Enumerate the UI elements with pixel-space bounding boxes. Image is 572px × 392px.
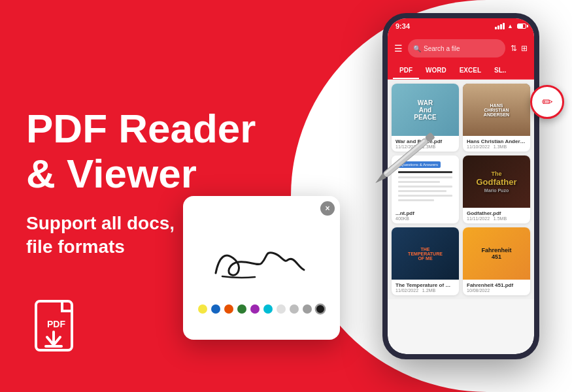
app-toolbar: ☰ 🔍 Search a file ⇅ ⊞ bbox=[388, 34, 534, 63]
file-thumb-hans: HANSCHRISTIANANDERSEN bbox=[463, 84, 530, 136]
signal-bar-3 bbox=[500, 24, 502, 29]
color-orange[interactable] bbox=[224, 304, 233, 314]
file-card-fahrenheit[interactable]: Fahrenheit451 Fahrenheit 451.pdf 10/08/2… bbox=[463, 227, 530, 295]
file-name-fahrenheit: Fahrenheit 451.pdf bbox=[467, 282, 526, 288]
file-name-document: ...nt.pdf bbox=[395, 210, 455, 216]
color-yellow[interactable] bbox=[198, 304, 207, 314]
search-bar[interactable]: 🔍 Search a file bbox=[408, 39, 505, 57]
signature-close-button[interactable]: × bbox=[320, 201, 335, 216]
file-card-temperature[interactable]: THETEMPERATUREOF ME The Temperature of m… bbox=[392, 227, 459, 295]
color-palette bbox=[183, 299, 340, 319]
file-thumb-war-peace: WARAndPEACE bbox=[392, 84, 459, 136]
signal-bar-2 bbox=[497, 25, 499, 29]
color-blue[interactable] bbox=[211, 304, 220, 314]
grid-icon[interactable]: ⊞ bbox=[521, 44, 528, 53]
sort-icon[interactable]: ⇅ bbox=[511, 44, 517, 53]
pencil-icon: ✏ bbox=[542, 94, 553, 110]
toolbar-action-icons: ⇅ ⊞ bbox=[511, 44, 528, 53]
svg-text:PDF: PDF bbox=[47, 319, 65, 329]
status-icons: ▲ bbox=[495, 23, 526, 29]
battery-fill bbox=[518, 24, 523, 28]
file-list: WARAndPEACE War and Peace.pdf 11/12/2022… bbox=[388, 80, 534, 299]
signal-bar-1 bbox=[495, 27, 497, 29]
hamburger-icon[interactable]: ☰ bbox=[394, 43, 403, 54]
color-darkgray[interactable] bbox=[303, 304, 312, 314]
tab-pdf[interactable]: PDF bbox=[393, 63, 419, 79]
phone-frame: 9:34 ▲ bbox=[382, 13, 539, 359]
pdf-download-icon: PDF bbox=[33, 298, 85, 359]
color-black[interactable] bbox=[315, 304, 326, 315]
file-name-temperature: The Temperature of me...pdf bbox=[395, 282, 455, 288]
file-meta-document: 400KB bbox=[395, 216, 455, 221]
fab-edit-button[interactable]: ✏ bbox=[530, 85, 564, 119]
file-meta-fahrenheit: 10/08/2022 bbox=[467, 288, 526, 293]
file-name-godfather: Godfather.pdf bbox=[467, 210, 526, 216]
color-green[interactable] bbox=[237, 304, 246, 314]
file-card-godfather[interactable]: TheGodfatherMario Puzo Godfather.pdf 11/… bbox=[463, 155, 530, 223]
main-title: PDF Reader & Viewer bbox=[26, 106, 288, 195]
file-meta-temperature: 11/02/2022 1.2MB bbox=[395, 288, 455, 293]
signature-panel-header: × bbox=[183, 196, 340, 221]
file-meta-hans: 11/10/2022 1.3MB bbox=[467, 144, 526, 149]
search-icon: 🔍 bbox=[413, 45, 421, 52]
color-lightgray[interactable] bbox=[277, 304, 286, 314]
signature-area[interactable] bbox=[183, 221, 340, 299]
search-text: Search a file bbox=[424, 45, 460, 52]
signature-panel: × bbox=[183, 196, 340, 340]
battery-icon bbox=[517, 24, 526, 29]
file-name-hans: Hans Christian Anders...pdf bbox=[467, 139, 526, 144]
status-time: 9:34 bbox=[395, 22, 410, 30]
phone-mockup: 9:34 ▲ bbox=[369, 13, 552, 379]
file-card-hans[interactable]: HANSCHRISTIANANDERSEN Hans Christian And… bbox=[463, 84, 530, 152]
signal-bar-4 bbox=[503, 23, 505, 29]
color-gray[interactable] bbox=[290, 304, 299, 314]
tab-bar: PDF WORD EXCEL SL.. bbox=[388, 63, 534, 80]
tab-excel[interactable]: EXCEL bbox=[453, 63, 488, 79]
file-thumb-fahrenheit: Fahrenheit451 bbox=[463, 227, 530, 280]
color-purple[interactable] bbox=[250, 304, 260, 314]
wifi-icon: ▲ bbox=[507, 23, 513, 29]
status-bar: 9:34 ▲ bbox=[388, 18, 534, 34]
phone-screen: 9:34 ▲ bbox=[388, 18, 534, 354]
file-meta-godfather: 11/11/2022 1.5MB bbox=[467, 216, 526, 221]
tab-word[interactable]: WORD bbox=[419, 63, 453, 79]
color-cyan[interactable] bbox=[263, 304, 273, 314]
tab-sl[interactable]: SL.. bbox=[488, 63, 513, 79]
file-thumb-temperature: THETEMPERATUREOF ME bbox=[392, 227, 459, 280]
file-thumb-godfather: TheGodfatherMario Puzo bbox=[463, 155, 530, 208]
